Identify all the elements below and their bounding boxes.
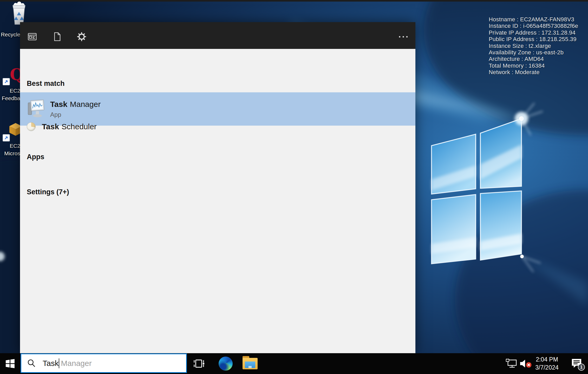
more-options-button[interactable]	[397, 35, 409, 39]
search-icon	[27, 359, 36, 368]
taskbar: TaskManager	[0, 353, 588, 374]
result-subtitle: App	[50, 111, 101, 118]
apps-header: Apps	[27, 153, 44, 161]
ec2-microsoft-label-line1: EC2	[0, 142, 20, 150]
ec2-feedback-label-line2: Feedba	[0, 94, 20, 102]
info-line: Instance Size : t2.xlarge	[489, 43, 578, 49]
ec2-feedback-label-line1: EC2	[0, 87, 20, 94]
volume-muted-icon	[519, 358, 532, 369]
tray-time: 2:04 PM	[535, 356, 559, 364]
result-task-scheduler[interactable]: TaskScheduler	[20, 119, 415, 134]
filter-apps-tab[interactable]	[26, 31, 38, 42]
clock-tray-button[interactable]: 2:04 PM 3/7/2024	[532, 353, 561, 374]
screen-top-strip	[0, 0, 588, 2]
info-line: Availability Zone : us-east-2b	[489, 49, 578, 56]
info-line: Architecture : AMD64	[489, 56, 578, 62]
network-tray-button[interactable]	[504, 353, 519, 374]
edge-icon	[219, 357, 233, 371]
notification-count-badge: 1	[578, 364, 585, 371]
typed-query: Task	[43, 359, 59, 368]
start-button[interactable]	[0, 353, 20, 374]
filter-settings-tab[interactable]	[76, 31, 88, 42]
file-explorer-icon	[243, 358, 258, 369]
search-flyout: Best match TaskManager App A	[20, 22, 415, 353]
document-filter-icon	[54, 32, 61, 41]
info-line: Network : Moderate	[489, 69, 578, 75]
edge-button[interactable]	[217, 353, 234, 374]
info-line: Private IP Address : 172.31.28.94	[489, 29, 578, 36]
file-explorer-button[interactable]	[241, 353, 259, 374]
action-center-button[interactable]: 1	[568, 353, 586, 374]
search-filter-bar	[20, 22, 415, 49]
shortcut-arrow-icon	[3, 134, 10, 141]
task-manager-icon	[27, 99, 44, 119]
task-view-button[interactable]	[191, 353, 207, 374]
task-view-icon	[193, 358, 204, 369]
volume-tray-button[interactable]	[518, 353, 533, 374]
best-match-header: Best match	[27, 80, 65, 88]
apps-filter-icon	[28, 33, 37, 40]
search-results: Best match TaskManager App A	[20, 49, 415, 353]
filter-documents-tab[interactable]	[51, 31, 63, 42]
ec2-microsoft-label-line2: Micros	[0, 150, 20, 157]
tray-date: 3/7/2024	[535, 364, 559, 372]
result-title: TaskScheduler	[42, 122, 97, 131]
info-line: Total Memory : 16384	[489, 62, 578, 69]
info-line: Hostname : EC2AMAZ-FAN98V3	[489, 16, 578, 23]
desktop: Hostname : EC2AMAZ-FAN98V3 Instance ID :…	[0, 0, 588, 374]
shortcut-arrow-icon	[3, 78, 10, 85]
info-line: Public IP Address : 18.218.255.39	[489, 36, 578, 42]
network-icon	[505, 359, 517, 369]
info-line: Instance ID : i-065a48f5730882f6e	[489, 23, 578, 29]
windows-logo-icon	[5, 359, 15, 368]
instance-info-overlay: Hostname : EC2AMAZ-FAN98V3 Instance ID :…	[489, 16, 578, 76]
gear-icon	[77, 32, 86, 41]
text-caret	[59, 358, 59, 368]
settings-header: Settings (7+)	[27, 188, 69, 196]
result-title: TaskManager	[50, 100, 101, 109]
inline-suggestion: Manager	[61, 359, 92, 368]
taskbar-search-input[interactable]: TaskManager	[21, 353, 187, 373]
task-scheduler-icon	[27, 122, 36, 131]
recycle-bin-label: Recycle	[0, 31, 20, 38]
